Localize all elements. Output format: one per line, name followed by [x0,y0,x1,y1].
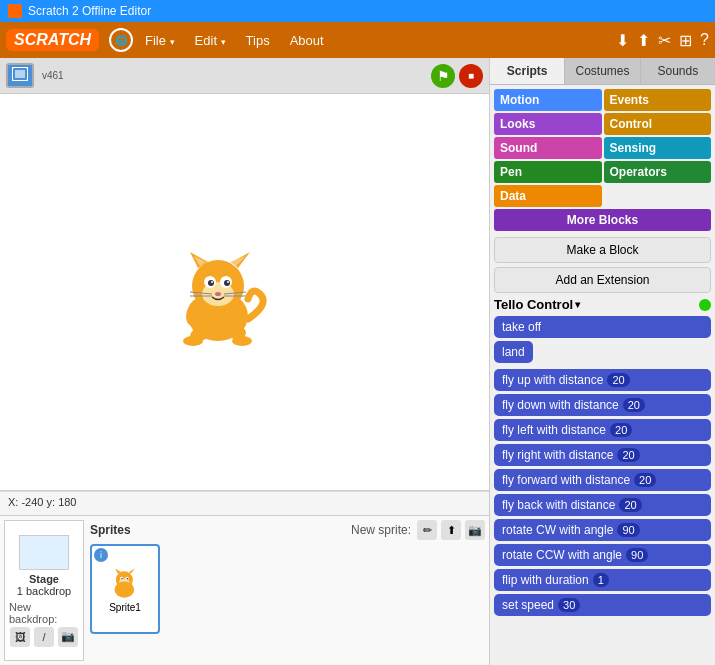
edit-backdrop-icon[interactable]: / [34,627,54,647]
tab-scripts[interactable]: Scripts [490,58,565,84]
svg-point-31 [121,577,123,579]
sprite-item[interactable]: i Sprite1 [90,544,160,634]
cat-sprite [160,244,280,354]
sprite-name: Sprite1 [109,602,141,613]
help-icon[interactable]: ? [700,31,709,49]
titlebar: Scratch 2 Offline Editor [0,0,715,22]
cat-pen[interactable]: Pen [494,161,602,183]
cat-events[interactable]: Events [604,89,712,111]
green-flag-button[interactable] [431,64,455,88]
sprite-label: v461 [42,70,64,81]
sprites-list-area: Sprites New sprite: ✏ ⬆ 📷 i [90,520,485,661]
svg-point-32 [126,577,128,579]
block-fly-forward[interactable]: fly forward with distance 20 [494,469,711,491]
cat-motion[interactable]: Motion [494,89,602,111]
svg-marker-27 [129,568,135,573]
svg-point-33 [115,581,135,597]
toolbar-right: ⬇ ⬆ ✂ ⊞ ? [616,31,709,50]
tabs-bar: Scripts Costumes Sounds [490,58,715,85]
main-area: v461 [0,58,715,665]
cat-more-blocks[interactable]: More Blocks [494,209,711,231]
block-fly-right[interactable]: fly right with distance 20 [494,444,711,466]
block-fly-down[interactable]: fly down with distance 20 [494,394,711,416]
tab-costumes[interactable]: Costumes [565,58,640,84]
titlebar-text: Scratch 2 Offline Editor [28,4,151,18]
menu-tips[interactable]: Tips [238,29,278,52]
upload-icon[interactable]: ⬆ [637,31,650,50]
block-fly-up[interactable]: fly up with distance 20 [494,369,711,391]
paint-backdrop-icon[interactable]: 🖼 [10,627,30,647]
scripts-content: Motion Events Looks Control Sound Sensin… [490,85,715,665]
new-backdrop-label: New backdrop: [9,601,79,625]
block-fly-back[interactable]: fly back with distance 20 [494,494,711,516]
right-panel: Scripts Costumes Sounds Motion Events Lo… [490,58,715,665]
block-set-speed[interactable]: set speed 30 [494,594,711,616]
new-sprite-label: New sprite: [351,523,411,537]
block-take-off[interactable]: take off [494,316,711,338]
stage-thumbnail[interactable]: Stage 1 backdrop New backdrop: 🖼 / 📷 [4,520,84,661]
camera-backdrop-icon[interactable]: 📷 [58,627,78,647]
cat-sound[interactable]: Sound [494,137,602,159]
sprites-header: Sprites New sprite: ✏ ⬆ 📷 [90,520,485,540]
stop-button[interactable] [459,64,483,88]
stage-sub-label: 1 backdrop [17,585,71,597]
connection-status-dot [699,299,711,311]
block-flip[interactable]: flip with duration 1 [494,569,711,591]
block-land[interactable]: land [494,341,533,363]
extension-arrow-icon: ▾ [575,299,580,310]
cat-control[interactable]: Control [604,113,712,135]
download-icon[interactable]: ⬇ [616,31,629,50]
categories-grid: Motion Events Looks Control Sound Sensin… [494,89,711,231]
stage-coords: X: -240 y: 180 [0,491,489,515]
svg-point-15 [215,292,221,296]
sprites-panel: Stage 1 backdrop New backdrop: 🖼 / 📷 Spr… [0,515,489,665]
stage-label: Stage [29,573,59,585]
sprite-info-badge[interactable]: i [94,548,108,562]
svg-point-12 [224,280,230,286]
menu-edit[interactable]: Edit ▾ [187,29,234,52]
cat-operators[interactable]: Operators [604,161,712,183]
extension-label: Tello Control [494,297,573,312]
stage-view-button[interactable] [6,63,34,88]
stage-area: v461 [0,58,490,665]
block-rotate-cw[interactable]: rotate CW with angle 90 [494,519,711,541]
paint-sprite-icon[interactable]: ✏ [417,520,437,540]
make-a-block-button[interactable]: Make a Block [494,237,711,263]
svg-rect-1 [15,70,25,78]
svg-point-22 [183,336,203,346]
svg-point-23 [232,336,252,346]
cat-sensing[interactable]: Sensing [604,137,712,159]
tab-sounds[interactable]: Sounds [641,58,715,84]
language-button[interactable]: 🌐 [109,28,133,52]
menubar: SCRATCH 🌐 File ▾ Edit ▾ Tips About ⬇ ⬆ ✂… [0,22,715,58]
menu-about[interactable]: About [282,29,332,52]
camera-sprite-icon[interactable]: 📷 [465,520,485,540]
svg-point-14 [227,281,229,283]
block-rotate-ccw[interactable]: rotate CCW with angle 90 [494,544,711,566]
stage-toolbar: v461 [0,58,489,94]
svg-point-11 [208,280,214,286]
copy-icon[interactable]: ⊞ [679,31,692,50]
cat-data[interactable]: Data [494,185,602,207]
upload-sprite-icon[interactable]: ⬆ [441,520,461,540]
scissors-icon[interactable]: ✂ [658,31,671,50]
scratch-logo: SCRATCH [6,29,99,51]
block-fly-left[interactable]: fly left with distance 20 [494,419,711,441]
menu-file[interactable]: File ▾ [137,29,183,52]
svg-point-13 [211,281,213,283]
cat-looks[interactable]: Looks [494,113,602,135]
sprites-title: Sprites [90,523,131,537]
sprite-list: i Sprite1 [90,544,485,634]
app-icon [8,4,22,18]
extension-header: Tello Control ▾ [494,297,711,312]
backdrop-icons: 🖼 / 📷 [10,627,78,647]
stage-canvas [0,94,489,491]
new-sprite-icons: ✏ ⬆ 📷 [417,520,485,540]
add-extension-button[interactable]: Add an Extension [494,267,711,293]
